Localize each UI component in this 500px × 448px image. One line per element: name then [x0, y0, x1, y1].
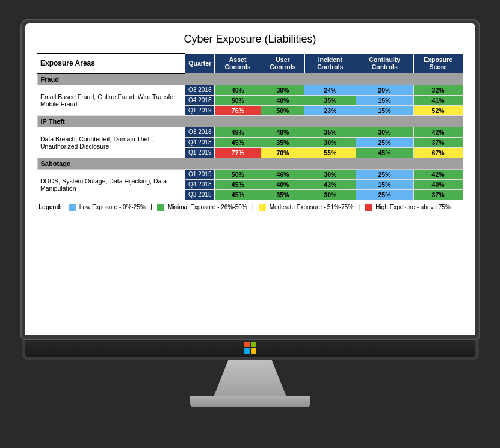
fraud-q1-asset: 40%: [215, 85, 261, 95]
legend-green-box: [157, 204, 164, 211]
sabotage-q1-asset: 50%: [215, 169, 261, 179]
sabotage-q3-quarter: Q3 2018: [185, 189, 215, 200]
iptheft-q1-user: 40%: [261, 127, 304, 137]
windows-tl: [244, 342, 250, 347]
fraud-q2-user: 40%: [261, 95, 304, 105]
sabotage-row-1: DDOS, System Outage, Data Hijacking, Dat…: [37, 169, 463, 179]
iptheft-q3-incident: 55%: [304, 147, 356, 158]
sabotage-q3-user: 35%: [261, 189, 304, 200]
monitor-wrapper: Cyber Exposure (Liabilities) Exposure Ar…: [16, 20, 485, 429]
section-iptheft-label: IP Theft: [37, 115, 463, 127]
col-exposure-areas: Exposure Areas: [37, 54, 185, 73]
iptheft-q1-continuity: 30%: [356, 127, 413, 137]
col-incident-controls: Incident Controls: [304, 54, 356, 73]
fraud-q3-continuity: 15%: [356, 105, 413, 115]
fraud-q3-incident: 23%: [304, 105, 356, 115]
monitor-bezel-bottom: [22, 339, 479, 360]
legend-yellow-box: [259, 204, 266, 211]
iptheft-q2-user: 35%: [261, 137, 304, 147]
fraud-q1-score: 32%: [413, 85, 463, 95]
iptheft-q1-incident: 35%: [304, 127, 356, 137]
page-title: Cyber Exposure (Liabilities): [37, 33, 463, 46]
legend-row: Legend: Low Exposure - 0%-25% | Minimal …: [37, 200, 463, 212]
iptheft-q1-score: 42%: [413, 127, 463, 137]
fraud-q3-score: 52%: [413, 105, 463, 115]
sabotage-q2-quarter: Q4 2018: [185, 179, 215, 189]
sabotage-q2-incident: 43%: [304, 179, 356, 189]
fraud-q2-incident: 35%: [304, 95, 356, 105]
sabotage-q1-quarter: Q1 2019: [185, 169, 215, 179]
fraud-description: Email Based Fraud, Online Fraud, Wire Tr…: [37, 85, 185, 115]
iptheft-q2-continuity: 25%: [356, 137, 413, 147]
section-fraud: Fraud: [37, 73, 463, 85]
monitor-stand-base: [190, 396, 310, 407]
sabotage-q3-score: 37%: [413, 189, 463, 200]
fraud-q3-asset: 76%: [215, 105, 261, 115]
iptheft-q3-user: 70%: [261, 147, 304, 158]
iptheft-q3-continuity: 45%: [356, 147, 413, 158]
fraud-q2-continuity: 15%: [356, 95, 413, 105]
col-user-controls: User Controls: [261, 54, 304, 73]
windows-logo: [244, 342, 256, 354]
legend-red-text: High Exposure - above 75%: [375, 204, 451, 210]
sabotage-q3-asset: 45%: [215, 189, 261, 200]
windows-bl: [244, 348, 250, 354]
windows-br: [251, 348, 256, 354]
sabotage-q1-incident: 30%: [304, 169, 356, 179]
cyber-exposure-table: Exposure Areas Quarter Asset Controls Us…: [37, 51, 463, 212]
legend-red-box: [365, 204, 372, 211]
col-asset-controls: Asset Controls: [215, 54, 261, 73]
fraud-q3-user: 50%: [261, 105, 304, 115]
screen: Cyber Exposure (Liabilities) Exposure Ar…: [25, 23, 475, 335]
legend-blue-text: Low Exposure - 0%-25%: [79, 204, 146, 210]
iptheft-q1-quarter: Q3 2018: [185, 127, 215, 137]
iptheft-q3-score: 67%: [413, 147, 463, 158]
sabotage-q1-user: 46%: [261, 169, 304, 179]
section-fraud-label: Fraud: [37, 73, 463, 85]
iptheft-q2-quarter: Q4 2018: [185, 137, 215, 147]
sabotage-description: DDOS, System Outage, Data Hijacking, Dat…: [37, 169, 185, 200]
fraud-row-1: Email Based Fraud, Online Fraud, Wire Tr…: [37, 85, 463, 95]
legend-blue-box: [69, 204, 76, 211]
section-sabotage: Sabotage: [37, 158, 463, 169]
sabotage-q1-score: 42%: [413, 169, 463, 179]
fraud-q2-quarter: Q4 2018: [185, 95, 215, 105]
legend-green-text: Minimal Exposure - 26%-50%: [168, 204, 247, 210]
fraud-q1-user: 30%: [261, 85, 304, 95]
col-exposure-score: Exposure Score: [413, 54, 463, 73]
iptheft-q2-incident: 30%: [304, 137, 356, 147]
iptheft-q2-asset: 45%: [215, 137, 261, 147]
section-iptheft: IP Theft: [37, 115, 463, 127]
iptheft-q2-score: 37%: [413, 137, 463, 147]
legend-yellow-text: Moderate Exposure - 51%-75%: [270, 204, 354, 210]
monitor-body: Cyber Exposure (Liabilities) Exposure Ar…: [22, 20, 479, 339]
fraud-q1-continuity: 20%: [356, 85, 413, 95]
fraud-q3-quarter: Q1 2019: [185, 105, 215, 115]
iptheft-q1-asset: 49%: [215, 127, 261, 137]
sabotage-q3-continuity: 25%: [356, 189, 413, 200]
table-header-row: Exposure Areas Quarter Asset Controls Us…: [37, 54, 463, 73]
col-continuity-controls: Continuity Controls: [356, 54, 413, 73]
section-sabotage-label: Sabotage: [37, 158, 463, 169]
windows-tr: [251, 342, 256, 347]
fraud-q2-asset: 50%: [215, 95, 261, 105]
sabotage-q2-continuity: 15%: [356, 179, 413, 189]
iptheft-row-1: Data Breach, Counterfeit, Domain Theft, …: [37, 127, 463, 137]
col-quarter: Quarter: [185, 54, 215, 73]
sabotage-q2-score: 40%: [413, 179, 463, 189]
legend-content: Legend: Low Exposure - 0%-25% | Minimal …: [37, 200, 463, 212]
sabotage-q1-continuity: 25%: [356, 169, 413, 179]
iptheft-q3-quarter: Q1 2019: [185, 147, 215, 158]
sabotage-q2-asset: 45%: [215, 179, 261, 189]
sabotage-q2-user: 40%: [261, 179, 304, 189]
fraud-q1-quarter: Q3 2018: [185, 85, 215, 95]
legend-label: Legend:: [39, 204, 62, 210]
iptheft-description: Data Breach, Counterfeit, Domain Theft, …: [37, 127, 185, 158]
sabotage-q3-incident: 30%: [304, 189, 356, 200]
iptheft-q3-asset: 77%: [215, 147, 261, 158]
fraud-q1-incident: 24%: [304, 85, 356, 95]
monitor-stand-neck: [214, 360, 286, 396]
fraud-q2-score: 41%: [413, 95, 463, 105]
